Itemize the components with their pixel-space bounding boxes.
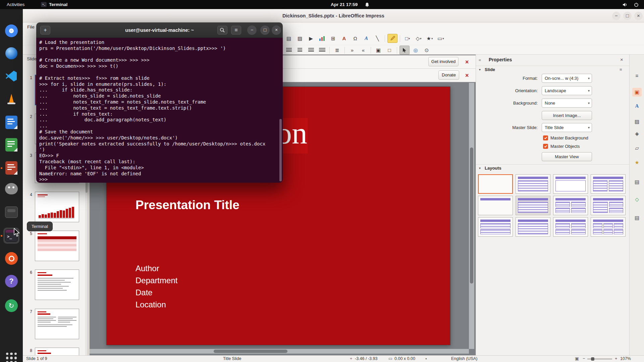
background-dropdown[interactable]: None▾ xyxy=(542,99,592,108)
chromium-icon[interactable] xyxy=(3,23,19,39)
libreoffice-calc-icon[interactable] xyxy=(3,137,19,153)
zoom-level[interactable]: 107% xyxy=(620,356,631,362)
terminal-window[interactable]: user@user-virtual-machine: ~ + ≡ − □ × #… xyxy=(36,22,283,183)
justify-icon[interactable] xyxy=(317,46,327,55)
stars-banners-icon[interactable]: ★▾ xyxy=(425,34,435,43)
master-objects-checkbox[interactable]: Master Objects xyxy=(543,144,580,149)
activities-button[interactable]: Activities xyxy=(7,0,24,9)
select-tool-icon[interactable] xyxy=(399,46,410,55)
insert-chart-icon[interactable] xyxy=(317,34,327,43)
files-icon[interactable] xyxy=(3,204,19,220)
gallery-tab-icon[interactable]: ▨ xyxy=(632,117,642,126)
navigator-tab-icon[interactable]: ◈ xyxy=(632,129,642,138)
terminal-titlebar[interactable]: user@user-virtual-machine: ~ + ≡ − □ × xyxy=(36,22,283,38)
get-involved-button[interactable]: Get involved xyxy=(428,57,459,66)
format-dropdown[interactable]: On-scre... w (4:3)▾ xyxy=(542,74,592,83)
slide-thumbnail-8[interactable] xyxy=(35,348,79,355)
infobar-close-icon[interactable]: × xyxy=(465,71,469,79)
power-icon[interactable] xyxy=(634,2,639,7)
notification-bell-icon[interactable] xyxy=(365,2,369,7)
layout-blank[interactable] xyxy=(478,174,513,194)
layout-two-rows[interactable] xyxy=(478,217,513,237)
styles-tab-icon[interactable]: A xyxy=(632,102,642,110)
vscode-icon[interactable] xyxy=(3,68,19,84)
impress-titlebar[interactable]: Dickinson_Slides.pptx - LibreOffice Impr… xyxy=(23,9,644,22)
sidebar-collapse-icon[interactable]: « xyxy=(479,57,481,62)
horizontal-scrollbar[interactable] xyxy=(90,349,469,354)
slide-field-location[interactable]: Location xyxy=(136,300,166,309)
zoom-out-icon[interactable]: − xyxy=(583,356,585,362)
layout-title-content-outline[interactable] xyxy=(553,174,588,194)
terminal-scrollbar[interactable] xyxy=(279,119,282,181)
gallery-icon[interactable]: ▤ xyxy=(284,34,294,43)
section-menu-icon[interactable]: ≡ xyxy=(620,67,622,72)
layout-one-left-two-right[interactable] xyxy=(591,196,626,215)
layout-title-two-content[interactable] xyxy=(591,174,626,194)
terminal-minimize-button[interactable]: − xyxy=(247,25,257,35)
properties-tab-icon[interactable]: ▣ xyxy=(632,88,642,97)
special-character-icon[interactable]: Ω xyxy=(350,34,360,43)
master-slide-dropdown[interactable]: Title Slide▾ xyxy=(542,123,592,132)
section-collapse-icon[interactable]: ▾ xyxy=(479,68,481,71)
layout-title-only[interactable] xyxy=(478,196,513,215)
zoom-slider-handle[interactable] xyxy=(591,357,594,361)
section-collapse-icon[interactable]: ▾ xyxy=(479,166,481,170)
app-grid-icon[interactable] xyxy=(3,350,19,362)
glue-points-icon[interactable]: ⊙ xyxy=(422,46,432,55)
language-selector[interactable]: English (USA) xyxy=(451,356,478,362)
slide-thumbnail-5[interactable] xyxy=(35,231,79,261)
show-draw-functions-icon[interactable] xyxy=(387,34,397,43)
align-right-icon[interactable] xyxy=(306,46,316,55)
callout-shapes-icon[interactable]: ▭▾ xyxy=(436,34,446,43)
ubuntu-software-icon[interactable] xyxy=(3,250,19,266)
master-background-checkbox[interactable]: Master Background xyxy=(543,135,588,140)
layout-six-content[interactable] xyxy=(591,217,626,237)
orientation-dropdown[interactable]: Landscape▾ xyxy=(542,86,592,95)
terminal-close-button[interactable]: × xyxy=(272,25,281,35)
master-view-button[interactable]: Master View xyxy=(542,152,592,161)
menu-file[interactable]: File xyxy=(24,22,38,32)
slide-field-date[interactable]: Date xyxy=(136,288,153,297)
layout-centered-text[interactable] xyxy=(516,196,550,215)
scrollbar-thumb[interactable] xyxy=(470,147,473,284)
insert-line-icon[interactable]: ╲ xyxy=(372,34,382,43)
slide-field-author[interactable]: Author xyxy=(136,264,159,273)
donate-button[interactable]: Donate xyxy=(438,70,459,80)
vertical-scrollbar[interactable] xyxy=(469,83,474,349)
zoom-slider[interactable] xyxy=(587,359,612,359)
layout-title-content-2[interactable] xyxy=(516,217,550,237)
vlc-icon[interactable] xyxy=(3,91,19,107)
increase-indent-icon[interactable]: » xyxy=(347,46,357,55)
slide-title-text[interactable]: Presentation Title xyxy=(136,198,239,212)
insert-image-button[interactable]: Insert Image... xyxy=(542,111,592,120)
terminal-maximize-button[interactable]: □ xyxy=(260,25,270,35)
slide-field-department[interactable]: Department xyxy=(136,276,177,285)
insert-image-icon[interactable]: ▨ xyxy=(295,34,305,43)
minimize-button[interactable]: − xyxy=(612,12,621,20)
fit-slide-icon[interactable]: ▣ xyxy=(575,356,579,362)
gallery2-tab-icon[interactable]: ▤ xyxy=(632,214,642,222)
volume-icon[interactable] xyxy=(623,2,628,7)
maximize-button[interactable]: □ xyxy=(623,12,632,20)
menu-button[interactable]: ≡ xyxy=(231,26,241,35)
zoom-in-icon[interactable]: + xyxy=(615,356,617,362)
terminal-output[interactable]: # Load the presentation prs = Presentati… xyxy=(36,38,283,183)
search-button[interactable] xyxy=(217,26,227,35)
layout-four-content-2[interactable] xyxy=(553,217,588,237)
send-backward-icon[interactable]: □ xyxy=(384,46,394,55)
layout-title-content[interactable] xyxy=(516,174,550,194)
slide-thumbnail-4[interactable] xyxy=(35,192,79,222)
basic-shapes-icon[interactable]: □▾ xyxy=(402,34,413,43)
properties-close-icon[interactable]: × xyxy=(620,57,623,62)
gimp-icon[interactable] xyxy=(3,181,19,197)
transition-tab-icon[interactable]: ▱ xyxy=(632,144,642,153)
help-icon[interactable]: ? xyxy=(3,273,19,289)
bring-forward-icon[interactable]: ▣ xyxy=(373,46,383,55)
master-slides-tab-icon[interactable]: ▤ xyxy=(632,178,642,186)
align-center-icon[interactable] xyxy=(295,46,305,55)
clock[interactable]: Apr 21 17:59 xyxy=(331,0,358,9)
new-tab-button[interactable]: + xyxy=(40,26,50,35)
fontwork-icon[interactable]: A xyxy=(361,34,371,43)
slide-thumbnail-6[interactable] xyxy=(35,269,79,300)
infobar-close-icon[interactable]: × xyxy=(465,58,469,66)
